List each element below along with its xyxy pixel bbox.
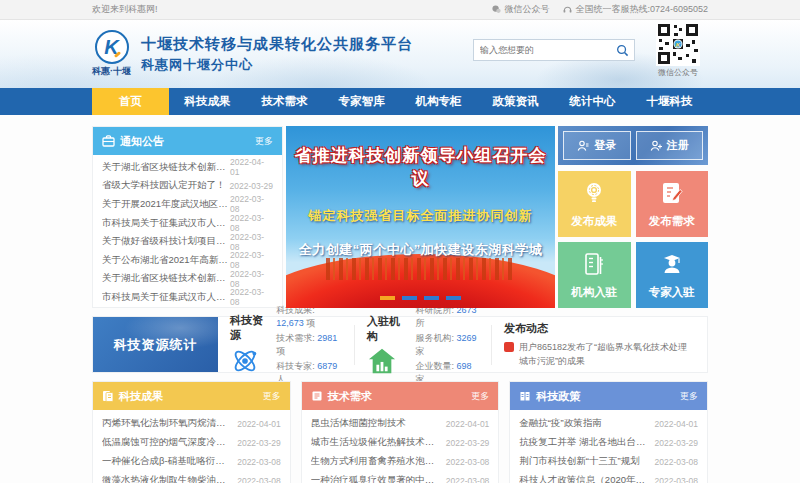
wechat-link[interactable]: 微信公众号 [492,3,549,16]
wechat-icon [492,5,501,14]
demands-more-link[interactable]: 更多 [471,390,489,403]
item-date: 2022-03-29 [655,438,698,448]
register-button[interactable]: 注册 [636,131,704,160]
notice-item[interactable]: 关于开展2021年度武汉地区科技统计调2022-03-08 [102,195,273,214]
login-label: 登录 [594,138,616,153]
site-header: K 科惠·十堰 十堰技术转移与成果转化公共服务平台 科惠网十堰分中心 [0,20,800,88]
login-button[interactable]: 登录 [563,131,631,160]
policy-item[interactable]: 抗疫复工并举 湖北各地出台利企惠民政策2022-03-29 [519,433,698,452]
policies-panel: 科技政策 更多 金融抗“疫”政策指南2022-04-01 抗疫复工并举 湖北各地… [509,381,708,483]
item-date: 2022-03-08 [446,476,489,483]
nav-item-demands[interactable]: 技术需求 [246,88,323,115]
notice-panel: 通知公告 更多 关于湖北省区块链技术创新研究院公示2022-04-01 省级大学… [92,126,283,308]
item-title: 微藻水热液化制取生物柴油技术 [102,474,234,483]
notice-item-title: 关于开展2021年度武汉地区科技统计调 [102,198,230,211]
demand-item[interactable]: 一种治疗狐臭疗效显著的中药外用制剂2022-03-08 [311,471,490,483]
stat-row: 技术需求: 2981 项 [276,332,342,358]
publish-demand-button[interactable]: 发布需求 [636,171,709,237]
stats-resource-group: 科技资源 科技成果: 12,673 项 技术需求: 2981 项 科技专家: 6… [218,304,354,386]
policy-item[interactable]: 科技人才政策信息（2020年第4期）2022-03-08 [519,471,698,483]
register-user-plus-icon [650,140,662,152]
nav-item-home[interactable]: 首页 [92,88,169,115]
notice-item[interactable]: 市科技局关于征集武汉市人工智能示范2022-03-08 [102,214,273,233]
policies-panel-title: 科技政策 [536,389,680,404]
carousel-dot-2[interactable] [402,296,417,300]
policies-doc-icon [519,390,531,402]
demand-item[interactable]: 城市生活垃圾催化热解技术及其应用研究2022-03-29 [311,433,490,452]
demand-item[interactable]: 昆虫活体细菌控制技术2022-04-01 [311,414,490,433]
carousel-dot-3[interactable] [424,296,439,300]
item-date: 2022-03-08 [237,457,280,467]
news-feed: 发布动态 用户865182发布了“超临界水氧化技术处理城市污泥”的成果 [492,321,707,368]
policies-more-link[interactable]: 更多 [680,390,698,403]
notice-item[interactable]: 关于湖北省区块链技术创新研究院公示2022-04-01 [102,158,273,177]
notice-item-title: 关于做好省级科技计划项目验收工作的 [102,235,230,248]
search-button[interactable] [610,40,634,60]
account-column: 登录 注册 发布成果 [558,126,708,308]
achievement-item[interactable]: 一种催化合成β-硝基吡咯衍生物及合成方法2022-03-08 [102,452,281,471]
search-input[interactable] [474,45,610,55]
notice-item[interactable]: 省级大学科技园认定开始了！2022-03-29 [102,177,273,196]
stats-orgs-title: 入驻机构 [367,314,406,344]
nav-item-statistics[interactable]: 统计中心 [554,88,631,115]
document-pen-icon [659,180,685,206]
stats-orgs-group: 入驻机构 科研院所: 2673 所 服务机构: 3269 家 企业数量: 698… [355,304,491,386]
site-logo[interactable]: K 科惠·十堰 [92,30,131,78]
notice-item-title: 关于湖北省区块链技术创新研究院公示 [102,161,230,174]
demand-item[interactable]: 生物方式利用畜禽养殖水泡粪生产液态有机肥...2022-03-08 [311,452,490,471]
notice-list: 关于湖北省区块链技术创新研究院公示2022-04-01 省级大学科技园认定开始了… [93,155,282,307]
atom-icon [230,346,260,376]
notice-panel-title: 通知公告 [120,134,255,149]
register-label: 注册 [667,138,689,153]
nav-item-orgs[interactable]: 机构专柜 [400,88,477,115]
topbar: 欢迎来到科惠网! 微信公众号 全国统一客服热线:0724-6095052 [0,0,800,20]
notice-item[interactable]: 关于湖北省区块链技术创新研究院公示2022-03-08 [102,270,273,289]
notice-item-title: 省级大学科技园认定开始了！ [102,179,226,192]
nav-item-policy-news[interactable]: 政策资讯 [477,88,554,115]
achievements-doc-icon [102,390,114,402]
achievements-panel-title: 科技成果 [119,389,263,404]
news-feed-item[interactable]: 用户865182发布了“超临界水氧化技术处理城市污泥”的成果 [504,341,695,368]
nav-item-shiyan-tech[interactable]: 十堰科技 [631,88,708,115]
nav-item-achievements[interactable]: 科技成果 [169,88,246,115]
policy-item[interactable]: 金融抗“疫”政策指南2022-04-01 [519,414,698,433]
carousel-dot-1[interactable] [380,296,395,300]
site-subtitle: 科惠网十堰分中心 [141,56,413,74]
notice-item-date: 2022-04-01 [230,157,273,177]
org-join-button[interactable]: 机构入驻 [558,242,631,308]
publish-demand-label: 发布需求 [649,214,695,229]
item-title: 科技人才政策信息（2020年第4期） [519,474,651,483]
hero-carousel[interactable]: 省推进科技创新领导小组召开会议 锚定科技强省目标全面推进协同创新 全力创建“两个… [286,126,555,308]
notice-item[interactable]: 关于做好省级科技计划项目验收工作的2022-03-08 [102,232,273,251]
carousel-dot-4[interactable] [446,296,461,300]
notice-item-date: 2022-03-08 [230,269,273,289]
bulb-icon [581,180,607,206]
notice-item-title: 市科技局关于征集武汉市人工智能示范 [102,291,230,304]
notice-item-date: 2022-03-08 [230,194,273,214]
login-box: 登录 注册 [558,126,708,165]
carousel-headline: 省推进科技创新领导小组召开会议 [286,144,555,190]
expert-join-button[interactable]: 专家入驻 [636,242,709,308]
wechat-qr-block: K 微信公众号 [654,22,702,78]
demands-doc-icon [311,390,323,402]
nav-item-experts[interactable]: 专家智库 [323,88,400,115]
new-badge-icon [504,342,514,352]
item-title: 低温腐蚀可控的烟气深度冷却技术及应用 [102,436,234,449]
achievements-more-link[interactable]: 更多 [263,390,281,403]
notice-panel-header: 通知公告 更多 [93,127,282,155]
policy-item[interactable]: 荆门市科技创新“十三五”规划2022-03-08 [519,452,698,471]
notice-more-link[interactable]: 更多 [255,135,273,148]
item-date: 2022-04-01 [446,419,489,429]
publish-achievement-button[interactable]: 发布成果 [558,171,631,237]
carousel-subline-2: 全力创建“两个中心”加快建设东湖科学城 [286,241,555,259]
carousel-dots [286,296,555,300]
carousel-slide-text: 省推进科技创新领导小组召开会议 锚定科技强省目标全面推进协同创新 全力创建“两个… [286,144,555,259]
item-date: 2022-04-01 [655,419,698,429]
achievement-item[interactable]: 微藻水热液化制取生物柴油技术2022-03-08 [102,471,281,483]
item-date: 2022-03-29 [237,438,280,448]
achievement-item[interactable]: 丙烯环氧化法制环氧丙烷清洁生产技术2022-04-01 [102,414,281,433]
site-titles: 十堰技术转移与成果转化公共服务平台 科惠网十堰分中心 [141,35,413,74]
stat-row: 服务机构: 3269 家 [416,332,480,358]
notice-item[interactable]: 关于公布湖北省2021年高新技术企业认2022-03-08 [102,251,273,270]
achievement-item[interactable]: 低温腐蚀可控的烟气深度冷却技术及应用2022-03-29 [102,433,281,452]
